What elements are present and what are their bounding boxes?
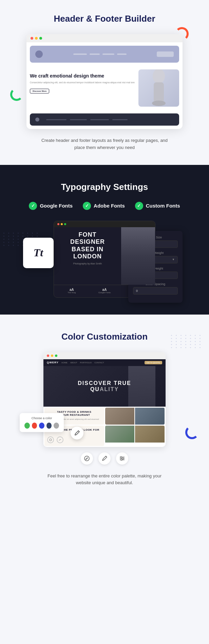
feature-google-fonts: ✓ Google Fonts (29, 202, 73, 210)
dot-yellow (35, 37, 38, 40)
swatch-dark-blue[interactable] (46, 423, 52, 429)
photo-3 (105, 426, 135, 443)
mockup-header-cta (157, 51, 174, 57)
statue-icon (145, 69, 172, 107)
nav-line-1 (73, 53, 87, 55)
section1-title: Header & Footer Builder (10, 14, 199, 24)
swatch-green[interactable] (24, 423, 30, 429)
pencil-icon (74, 430, 80, 436)
swatch-red[interactable] (32, 423, 37, 429)
footer-line-2 (70, 119, 87, 120)
svg-point-2 (152, 101, 166, 106)
aa-sublabel-2: Google Fonts (90, 292, 120, 294)
dot-green (55, 355, 57, 357)
svg-point-0 (153, 69, 165, 84)
svg-point-12 (122, 458, 124, 459)
sliders-icon (119, 455, 125, 461)
swatch-blue[interactable] (39, 423, 44, 429)
mockup-text-block: We craft emotional design theme Consecte… (30, 69, 135, 107)
browser-dots (26, 34, 183, 42)
hero-person-bg (128, 366, 155, 407)
nav-line-3 (102, 53, 114, 55)
photo-1 (105, 408, 135, 425)
typo-person-image (121, 227, 155, 285)
bottom-icons-row (10, 452, 199, 465)
nav-line-4 (117, 53, 127, 55)
feature-label-google: Google Fonts (40, 203, 73, 209)
dot-red (31, 37, 33, 40)
sliders-button[interactable] (116, 452, 128, 465)
photo-4 (135, 426, 165, 443)
mockup-logo (35, 50, 43, 58)
section3-title: Color Customization (10, 331, 199, 342)
section1-description: Create header and footer layouts as free… (40, 137, 169, 151)
feature-custom-fonts: ✓ Custom Fonts (135, 202, 180, 210)
deco-green-circle (10, 88, 23, 101)
compass-icon (84, 455, 90, 461)
letter-spacing-input[interactable]: 0 (133, 287, 178, 295)
color-browser-mockup: QWERY HOME ABOUT PORTFOLIO CONTACT GET A… (43, 352, 166, 447)
flower-icon (49, 438, 52, 442)
check-icon-google: ✓ (29, 202, 37, 210)
mockup-content-area: We craft emotional design theme Consecte… (26, 66, 183, 110)
mockup-footer-bar (30, 113, 179, 126)
mockup-hero-subtext: Consectetur adipiscing elit, sed do eius… (30, 81, 135, 84)
svg-point-6 (50, 439, 52, 441)
typo-content-area: FONTDESIGNERBASED INLONDON Photography b… (54, 227, 155, 285)
typo-browser-dots (54, 221, 155, 227)
aa-sublabel-1: The King (57, 292, 87, 294)
section2-title: Typography Settings (10, 182, 199, 192)
pen-icon (101, 455, 108, 461)
svg-rect-1 (154, 82, 164, 103)
compass-button[interactable] (81, 452, 93, 465)
color-right-photos-2 (105, 426, 165, 446)
letter-spacing-value: 0 (136, 289, 138, 293)
typography-mockup-wrapper: Tt Font Size 16px Font Weight Normal ▼ L… (26, 221, 183, 298)
dot-red (47, 355, 49, 357)
deco-blue-circle (185, 426, 199, 439)
edit-float-button[interactable] (71, 427, 83, 439)
svg-point-11 (120, 456, 122, 458)
nav-cta[interactable]: GET A QUOTE (145, 361, 162, 364)
svg-point-13 (121, 459, 122, 460)
typo-bottom-item-1: aA The King (57, 288, 87, 295)
dot-green (39, 37, 42, 40)
nav-link-about: ABOUT (70, 362, 77, 364)
bottom-icon-circle-2 (57, 436, 63, 443)
nav-logo: QWERY (47, 361, 59, 364)
photo-2 (135, 408, 165, 425)
dot-yellow (61, 223, 63, 225)
header-footer-section: Header & Footer Builder We craft emotion… (0, 0, 209, 165)
footer-line-3 (90, 119, 109, 120)
typography-section: Typography Settings ✓ Google Fonts ✓ Ado… (0, 165, 209, 315)
person-photo (121, 227, 155, 285)
check-icon-custom: ✓ (135, 202, 143, 210)
mockup-footer-logo (35, 117, 39, 122)
nav-line-2 (90, 53, 100, 55)
dot-yellow (51, 355, 53, 357)
typography-features: ✓ Google Fonts ✓ Adobe Fonts ✓ Custom Fo… (10, 202, 199, 210)
typo-text-col: FONTDESIGNERBASED INLONDON Photography b… (54, 227, 121, 285)
color-hero: DISCOVER TRUEQUALITY (43, 366, 166, 407)
nav-link-contact: CONTACT (94, 362, 104, 364)
nav-links: HOME ABOUT PORTFOLIO CONTACT (61, 362, 104, 364)
color-right-photos (105, 408, 165, 425)
typo-main-title: FONTDESIGNERBASED INLONDON (58, 231, 117, 260)
hf-browser-mockup: We craft emotional design theme Consecte… (26, 34, 183, 129)
mockup-discover-btn[interactable]: Discover More (30, 89, 49, 93)
swatch-gray[interactable] (54, 423, 59, 429)
aa-label-1: aA (57, 288, 87, 292)
svg-point-7 (84, 456, 89, 461)
bird-icon (58, 438, 62, 442)
feature-label-custom: Custom Fonts (146, 203, 180, 209)
chevron-down-icon: ▼ (172, 258, 175, 261)
feature-label-adobe: Adobe Fonts (94, 203, 125, 209)
pen-button[interactable] (98, 452, 111, 465)
color-picker-card: Choose a color (20, 413, 64, 432)
tt-card: Tt (23, 238, 54, 268)
color-picker-label: Choose a color (24, 416, 59, 420)
color-dots-decoration (171, 335, 202, 348)
footer-line-1 (46, 119, 66, 120)
bottom-icon-circle-1 (47, 436, 54, 443)
dot-red (57, 223, 59, 225)
